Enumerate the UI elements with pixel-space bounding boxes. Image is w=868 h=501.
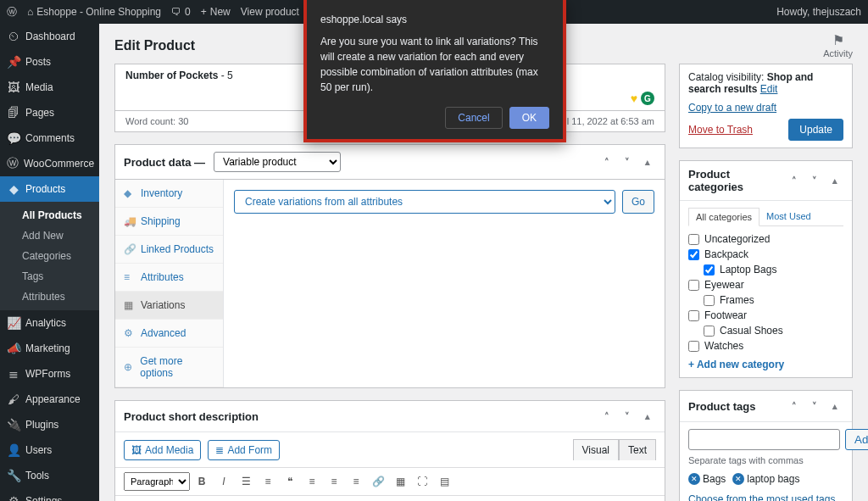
edit-visibility-link[interactable]: Edit (760, 83, 778, 95)
category-checkbox[interactable] (704, 326, 715, 337)
link-icon[interactable]: 🔗 (368, 471, 388, 492)
move-up-icon[interactable]: ˄ (786, 398, 803, 415)
remove-tag-icon[interactable]: ✕ (732, 473, 744, 485)
activity-button[interactable]: ⚑ Activity (823, 32, 853, 58)
tag-input[interactable] (688, 429, 840, 450)
new-link[interactable]: + New (201, 6, 231, 18)
submenu-all-products[interactable]: All Products (0, 205, 99, 225)
move-down-icon[interactable]: ˅ (806, 172, 823, 189)
category-item[interactable]: Laptop Bags (704, 262, 843, 277)
tab-shipping[interactable]: 🚚Shipping (115, 208, 223, 236)
category-item[interactable]: Watches (688, 338, 843, 353)
move-up-icon[interactable]: ˄ (786, 172, 803, 189)
menu-posts[interactable]: 📌Posts (0, 49, 99, 75)
category-checkbox[interactable] (688, 249, 699, 260)
howdy-link[interactable]: Howdy, thejuszach (776, 6, 861, 18)
align-center-icon[interactable]: ≡ (324, 471, 344, 492)
toggle-icon[interactable]: ▴ (826, 398, 843, 415)
menu-marketing[interactable]: 📣Marketing (0, 336, 99, 361)
move-up-icon[interactable]: ˄ (598, 408, 615, 425)
menu-appearance[interactable]: 🖌Appearance (0, 387, 99, 412)
category-checkbox[interactable] (688, 234, 699, 245)
category-checkbox[interactable] (688, 341, 699, 352)
copy-draft-link[interactable]: Copy to a new draft (688, 102, 776, 114)
italic-icon[interactable]: I (214, 471, 234, 492)
move-down-icon[interactable]: ˅ (619, 408, 636, 425)
tab-attributes[interactable]: ≡Attributes (115, 264, 223, 292)
menu-tools[interactable]: 🔧Tools (0, 463, 99, 488)
variation-action-select[interactable]: Create variations from all attributes (234, 190, 615, 214)
tab-advanced[interactable]: ⚙Advanced (115, 320, 223, 348)
tab-linked[interactable]: 🔗Linked Products (115, 236, 223, 264)
cat-tab-all[interactable]: All categories (688, 208, 760, 226)
add-category-link[interactable]: + Add new category (688, 359, 784, 370)
menu-settings[interactable]: ⚙Settings (0, 488, 99, 501)
category-checkbox[interactable] (688, 310, 699, 321)
category-checkbox[interactable] (704, 264, 715, 276)
view-product-link[interactable]: View product (241, 6, 299, 18)
heart-icon[interactable]: ♥ (631, 92, 637, 105)
align-left-icon[interactable]: ≡ (302, 471, 322, 492)
product-type-select[interactable]: Variable product (214, 152, 341, 172)
category-item[interactable]: Uncategorized (688, 231, 843, 247)
align-right-icon[interactable]: ≡ (346, 471, 366, 492)
category-checkbox[interactable] (704, 295, 715, 306)
move-down-icon[interactable]: ˅ (806, 398, 823, 415)
move-trash-link[interactable]: Move to Trash (688, 124, 753, 136)
submenu-tags[interactable]: Tags (0, 266, 99, 287)
menu-pages[interactable]: 🗐Pages (0, 100, 99, 125)
grammarly-icon[interactable]: G (641, 92, 654, 105)
fullscreen-icon[interactable]: ⛶ (412, 471, 432, 492)
bullet-list-icon[interactable]: ☰ (236, 471, 256, 492)
remove-tag-icon[interactable]: ✕ (688, 473, 700, 485)
toggle-icon[interactable]: ▴ (826, 172, 843, 189)
visual-tab[interactable]: Visual (573, 439, 619, 460)
submenu-categories[interactable]: Categories (0, 246, 99, 266)
submenu-attributes[interactable]: Attributes (0, 287, 99, 307)
menu-wpforms[interactable]: ≣WPForms (0, 361, 99, 387)
category-item[interactable]: Eyewear (688, 277, 843, 292)
comments-link[interactable]: 🗨 0 (171, 6, 191, 18)
add-media-button[interactable]: 🖼Add Media (124, 440, 201, 460)
tab-variations[interactable]: ▦Variations (115, 292, 223, 320)
tab-more-options[interactable]: ⊕Get more options (115, 348, 223, 387)
submenu-add-new[interactable]: Add New (0, 225, 99, 246)
move-down-icon[interactable]: ˅ (619, 153, 636, 170)
toggle-icon[interactable]: ▴ (639, 153, 656, 170)
add-form-button[interactable]: ≣Add Form (208, 440, 280, 460)
menu-woocommerce[interactable]: ⓦWooCommerce (0, 151, 99, 176)
cat-tab-most-used[interactable]: Most Used (760, 208, 818, 225)
go-button[interactable]: Go (622, 190, 654, 214)
menu-analytics[interactable]: 📈Analytics (0, 310, 99, 336)
editor-content[interactable]: 30% Extra Storage We Indians tend to car… (115, 496, 665, 501)
category-item[interactable]: Casual Shoes (704, 323, 843, 338)
bold-icon[interactable]: B (192, 471, 212, 492)
menu-plugins[interactable]: 🔌Plugins (0, 412, 99, 437)
quote-icon[interactable]: ❝ (280, 471, 300, 492)
format-select[interactable]: Paragraph (124, 472, 190, 491)
menu-users[interactable]: 👤Users (0, 437, 99, 463)
flag-icon: ⚑ (823, 32, 853, 48)
ok-button[interactable]: OK (509, 107, 549, 129)
number-list-icon[interactable]: ≡ (258, 471, 278, 492)
menu-products[interactable]: ◆Products (0, 176, 99, 202)
menu-media[interactable]: 🖼Media (0, 75, 99, 100)
add-tag-button[interactable]: Add (845, 429, 868, 450)
category-item[interactable]: Footwear (688, 308, 843, 323)
menu-dashboard[interactable]: ⏲Dashboard (0, 24, 99, 49)
wp-logo[interactable]: ⓦ (7, 5, 17, 19)
more-icon[interactable]: ▦ (390, 471, 410, 492)
update-button[interactable]: Update (788, 119, 843, 141)
site-link[interactable]: ⌂Eshoppe - Online Shopping (27, 6, 161, 18)
category-item[interactable]: Backpack (688, 247, 843, 262)
text-tab[interactable]: Text (619, 439, 656, 460)
choose-tags-link[interactable]: Choose from the most used tags (688, 493, 835, 501)
menu-comments[interactable]: 💬Comments (0, 125, 99, 151)
toggle-icon[interactable]: ▴ (639, 408, 656, 425)
category-item[interactable]: Frames (704, 292, 843, 308)
tab-inventory[interactable]: ◆Inventory (115, 180, 223, 208)
move-up-icon[interactable]: ˄ (598, 153, 615, 170)
kitchen-sink-icon[interactable]: ▤ (434, 471, 454, 492)
cancel-button[interactable]: Cancel (445, 107, 502, 129)
category-checkbox[interactable] (688, 280, 699, 291)
